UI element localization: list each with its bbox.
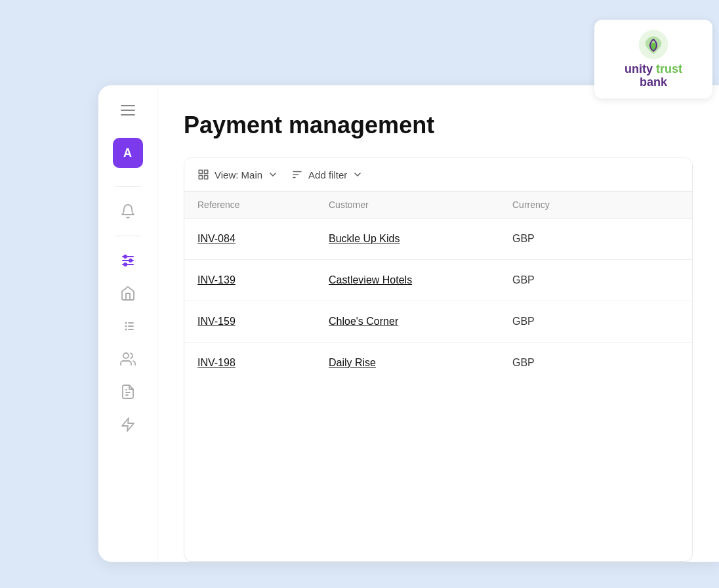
table-section: View: Main Add filter [184,158,693,562]
table-row: INV-159 Chloe's Corner GBP [184,301,692,343]
svg-point-15 [125,329,127,331]
cell-currency: GBP [512,316,611,327]
hamburger-line-2 [121,110,135,111]
sidebar-item-filter[interactable] [114,247,142,274]
cell-customer[interactable]: Buckle Up Kids [329,233,512,245]
sidebar-item-actions[interactable] [114,411,142,438]
cell-reference[interactable]: INV-084 [197,233,329,245]
sidebar-item-notifications[interactable] [114,198,142,225]
table-row: INV-198 Daily Rise GBP [184,343,692,383]
svg-rect-24 [205,176,208,179]
svg-marker-20 [122,418,134,431]
bank-logo: unity trustbank [594,20,712,98]
col-header-reference: Reference [197,200,329,210]
sidebar-item-team[interactable] [114,345,142,373]
main-content: Payment management View: Main [157,85,719,562]
sidebar-divider-mid [115,236,141,236]
cell-customer[interactable]: Chloe's Corner [329,316,512,327]
add-filter-button[interactable]: Add filter [291,169,363,180]
cell-customer[interactable]: Daily Rise [329,357,512,369]
cell-reference[interactable]: INV-139 [197,274,329,286]
hamburger-line-3 [121,114,135,116]
filter-label: Add filter [308,169,347,180]
table-toolbar: View: Main Add filter [184,158,692,192]
app-card: A [98,85,719,562]
svg-rect-21 [199,170,202,173]
sidebar-divider-top [115,186,141,187]
table-row: INV-139 Castleview Hotels GBP [184,260,692,301]
col-header-customer: Customer [329,200,512,210]
filter-chevron-icon [352,169,363,180]
cell-currency: GBP [512,357,611,369]
col-header-currency: Currency [512,200,611,210]
svg-rect-22 [205,170,208,173]
hamburger-menu[interactable] [116,98,140,122]
chevron-down-icon [268,169,278,180]
outer-container: unity trustbank A [0,0,719,588]
table-row: INV-084 Buckle Up Kids GBP [184,219,692,260]
cell-reference[interactable]: INV-198 [197,357,329,369]
sidebar-item-documents[interactable] [114,378,142,406]
cell-customer[interactable]: Castleview Hotels [329,274,512,286]
sidebar-item-tasks[interactable] [114,312,142,340]
svg-rect-23 [199,176,202,179]
table-header: Reference Customer Currency [184,192,692,219]
svg-point-11 [125,326,127,327]
cell-currency: GBP [512,274,611,286]
svg-point-17 [123,353,129,358]
table-icon [197,169,209,180]
sidebar-item-home[interactable] [114,280,142,307]
bank-logo-text: unity trustbank [625,63,682,89]
svg-point-13 [125,322,127,324]
sidebar: A [98,85,157,562]
page-title: Payment management [184,112,693,139]
table-body: INV-084 Buckle Up Kids GBP INV-139 Castl… [184,219,692,383]
avatar[interactable]: A [113,138,143,168]
cell-reference[interactable]: INV-159 [197,316,329,327]
hamburger-line-1 [121,105,135,106]
view-label: View: Main [215,169,262,180]
view-selector[interactable]: View: Main [197,169,278,180]
cell-currency: GBP [512,233,611,245]
filter-icon [291,169,303,180]
